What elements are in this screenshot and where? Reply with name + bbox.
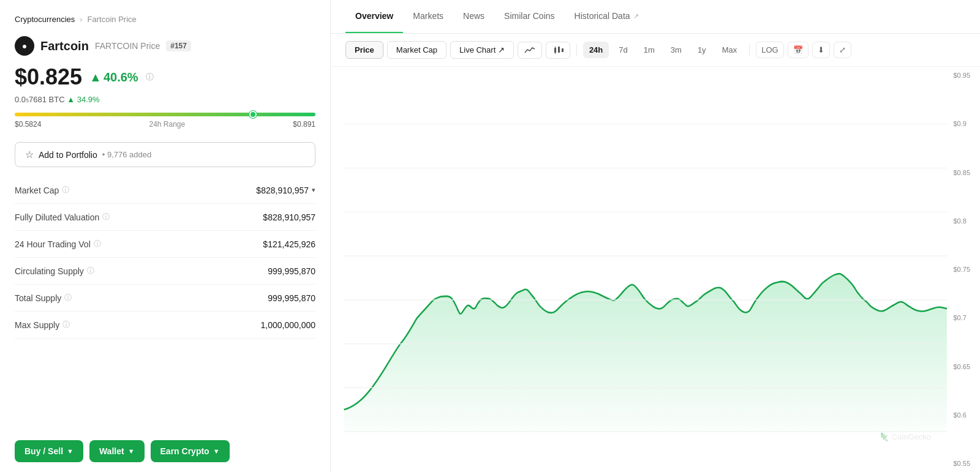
- btc-change-pct: 34.9%: [77, 95, 100, 104]
- y-label-5: $0.7: [953, 314, 970, 321]
- svg-rect-1: [558, 47, 560, 53]
- left-panel: Cryptocurrencies › Fartcoin Price ● Fart…: [0, 0, 331, 472]
- y-label-7: $0.6: [953, 411, 970, 419]
- stats-value-5: 1,000,000,000: [260, 320, 315, 330]
- range-label: 24h Range: [149, 120, 185, 129]
- tab-markets[interactable]: Markets: [403, 0, 453, 33]
- portfolio-label: Add to Portfolio: [39, 150, 97, 160]
- chart-period-1m[interactable]: 1m: [638, 42, 661, 58]
- tab-similar-coins[interactable]: Similar Coins: [494, 0, 564, 33]
- btc-change-arrow: ▲: [65, 95, 77, 104]
- chart-period-7d[interactable]: 7d: [612, 42, 633, 58]
- stats-label-3: Circulating Supplyⓘ: [15, 266, 94, 276]
- stats-label-0: Market Capⓘ: [15, 185, 69, 195]
- stats-row: Total Supplyⓘ999,995,870: [15, 285, 315, 312]
- range-labels: $0.5824 24h Range $0.891: [15, 120, 315, 129]
- chart-download-button[interactable]: ⬇: [812, 42, 830, 58]
- chart-log-button[interactable]: LOG: [756, 42, 783, 58]
- breadcrumb: Cryptocurrencies › Fartcoin Price: [15, 15, 315, 24]
- coin-rank: #157: [166, 40, 191, 51]
- tab-overview[interactable]: Overview: [345, 0, 403, 33]
- chart-market-cap-button[interactable]: Market Cap: [387, 41, 447, 59]
- chart-expand-button[interactable]: ⤢: [834, 42, 851, 58]
- price-row: $0.825 ▲ 40.6% ⓘ: [15, 64, 315, 90]
- price-change-arrow: ▲: [89, 70, 102, 84]
- stats-label-4: Total Supplyⓘ: [15, 293, 72, 303]
- stats-value-1: $828,910,957: [263, 212, 315, 222]
- chart-period-24h[interactable]: 24h: [583, 42, 609, 58]
- chart-price-button[interactable]: Price: [345, 41, 383, 59]
- y-axis-labels: $0.95 $0.9 $0.85 $0.8 $0.75 $0.7 $0.65 $…: [953, 67, 970, 472]
- y-label-4: $0.75: [953, 266, 970, 273]
- watermark-text: CoinGecko: [892, 432, 931, 441]
- chart-period-1y[interactable]: 1y: [692, 42, 712, 58]
- stats-row: 24 Hour Trading Volⓘ$121,425,926: [15, 231, 315, 258]
- tab-historical-data[interactable]: Historical Data ↗: [565, 0, 649, 33]
- wallet-arrow: ▼: [128, 448, 135, 455]
- stats-dropdown-arrow[interactable]: ▾: [312, 186, 315, 194]
- chart-line-icon-button[interactable]: [518, 42, 542, 59]
- coin-header: ● Fartcoin FARTCOIN Price #157: [15, 36, 315, 56]
- chart-candle-icon-button[interactable]: [546, 42, 570, 59]
- earn-crypto-label: Earn Crypto: [160, 446, 209, 456]
- buy-sell-label: Buy / Sell: [24, 446, 63, 456]
- y-label-1: $0.9: [953, 120, 970, 127]
- btc-price-value: 0.0₅7681 BTC: [15, 95, 65, 104]
- tab-historical-data-label: Historical Data: [575, 11, 630, 21]
- breadcrumb-separator: ›: [80, 15, 82, 24]
- price-value: $0.825: [15, 64, 82, 90]
- range-bar: [15, 113, 315, 116]
- tabs-row: Overview Markets News Similar Coins Hist…: [331, 0, 980, 34]
- y-label-2: $0.85: [953, 169, 970, 176]
- portfolio-star-icon: ☆: [25, 149, 34, 160]
- y-label-8: $0.55: [953, 460, 970, 467]
- coin-name: Fartcoin: [40, 39, 89, 53]
- historical-data-ext-icon: ↗: [633, 12, 639, 20]
- coin-icon: ●: [15, 36, 34, 56]
- tab-similar-coins-label: Similar Coins: [504, 11, 554, 21]
- range-low: $0.5824: [15, 120, 41, 129]
- price-info-icon[interactable]: ⓘ: [146, 72, 154, 83]
- price-change: ▲ 40.6%: [89, 70, 138, 84]
- y-label-6: $0.65: [953, 363, 970, 370]
- chart-divider-1: [576, 44, 577, 56]
- chart-divider-2: [749, 44, 750, 56]
- range-high: $0.891: [293, 120, 315, 129]
- range-indicator: [249, 111, 257, 118]
- chart-live-chart-button[interactable]: Live Chart ↗: [450, 41, 514, 59]
- stats-row: Circulating Supplyⓘ999,995,870: [15, 258, 315, 285]
- price-chart: [331, 73, 980, 454]
- price-change-pct: 40.6%: [104, 70, 138, 84]
- watermark-icon: 🦎: [879, 432, 889, 441]
- chart-calendar-button[interactable]: 📅: [788, 42, 809, 58]
- stats-value-4: 999,995,870: [268, 293, 315, 303]
- buy-sell-button[interactable]: Buy / Sell ▼: [15, 440, 83, 462]
- earn-crypto-button[interactable]: Earn Crypto ▼: [151, 440, 230, 462]
- wallet-button[interactable]: Wallet ▼: [89, 440, 145, 462]
- chart-period-max[interactable]: Max: [716, 42, 744, 58]
- portfolio-count: • 9,776 added: [102, 150, 151, 159]
- buy-sell-arrow: ▼: [67, 448, 74, 455]
- y-label-0: $0.95: [953, 72, 970, 79]
- svg-rect-2: [562, 48, 564, 52]
- stats-label-5: Max Supplyⓘ: [15, 320, 70, 330]
- wallet-label: Wallet: [99, 446, 124, 456]
- coin-symbol: FARTCOIN Price: [95, 41, 160, 51]
- stats-row: Max Supplyⓘ1,000,000,000: [15, 312, 315, 339]
- tab-news[interactable]: News: [453, 0, 494, 33]
- right-panel: Overview Markets News Similar Coins Hist…: [331, 0, 980, 472]
- breadcrumb-home[interactable]: Cryptocurrencies: [15, 15, 75, 24]
- y-label-3: $0.8: [953, 217, 970, 225]
- watermark: 🦎 CoinGecko: [879, 432, 931, 441]
- chart-controls: Price Market Cap Live Chart ↗ 24h 7d: [331, 34, 980, 67]
- range-bar-container: $0.5824 24h Range $0.891: [15, 113, 315, 129]
- stats-label-2: 24 Hour Trading Volⓘ: [15, 239, 101, 249]
- svg-rect-0: [554, 48, 556, 53]
- stats-table: Market Capⓘ$828,910,957▾Fully Diluted Va…: [15, 177, 315, 339]
- stats-label-1: Fully Diluted Valuationⓘ: [15, 212, 110, 222]
- tab-news-label: News: [463, 11, 484, 21]
- btc-price-row: 0.0₅7681 BTC ▲ 34.9%: [15, 95, 315, 104]
- chart-period-3m[interactable]: 3m: [665, 42, 688, 58]
- breadcrumb-current: Fartcoin Price: [88, 15, 137, 24]
- portfolio-button[interactable]: ☆ Add to Portfolio • 9,776 added: [15, 142, 315, 167]
